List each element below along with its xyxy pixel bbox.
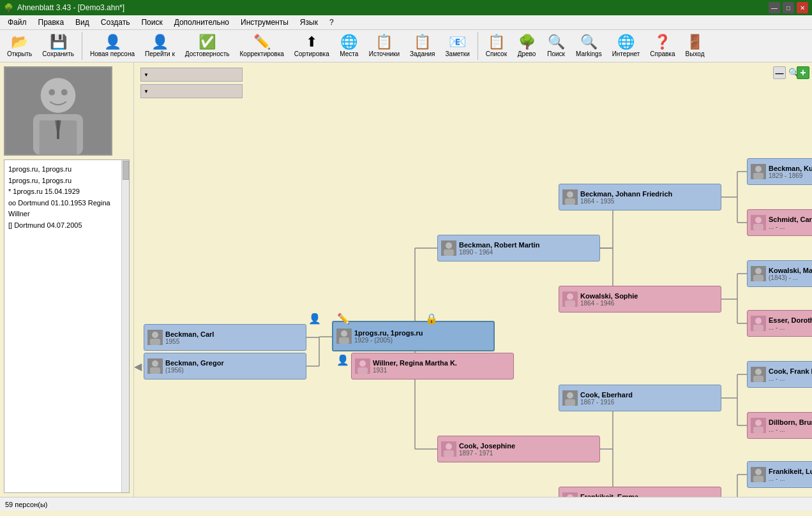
person-info-line2: 1progs.ru, 1progs.ru xyxy=(8,175,125,187)
toolbar-btn-открыть[interactable]: 📂Открыть xyxy=(3,33,36,60)
person-box-esser-dorothe[interactable]: Esser, Dorothe ... - ... xyxy=(747,310,812,337)
person-box-frankikeit-emma[interactable]: Frankikeit, Emma 1869 - 1922 xyxy=(559,487,721,497)
beckman-robert-years: 1890 - 1964 xyxy=(459,249,540,256)
dillborn-years: ... - ... xyxy=(769,426,812,433)
svg-point-74 xyxy=(755,268,762,274)
toolbar-label-6: Сортировка xyxy=(294,50,329,57)
toolbar-btn-древо[interactable]: 🌳Древо xyxy=(513,33,541,60)
info-scrollbar[interactable] xyxy=(121,160,129,492)
person-box-cook-frank[interactable]: Cook, Frank Herbert ... - ... xyxy=(747,361,812,388)
person-box-kowalski-martin[interactable]: Kowalski, Martin (1843) - ... xyxy=(747,260,812,287)
person-box-beckman-robert[interactable]: Beckman, Robert Martin 1890 - 1964 xyxy=(437,235,600,262)
svg-rect-69 xyxy=(753,173,763,179)
tree-area[interactable]: — 🔍 + xyxy=(134,63,812,497)
willner-avatar xyxy=(355,358,370,374)
cook-frank-info: Cook, Frank Herbert ... - ... xyxy=(769,367,812,382)
beckman-robert-avatar xyxy=(441,240,456,256)
svg-rect-78 xyxy=(753,325,763,331)
person-box-kowalski-sophie[interactable]: Kowalski, Sophie 1864 - 1946 xyxy=(559,286,721,313)
toolbar-btn-markings[interactable]: 🔍Markings xyxy=(571,33,606,60)
person-box-willner[interactable]: Willner, Regina Martha K. 1931 xyxy=(351,353,514,380)
svg-point-95 xyxy=(755,469,762,475)
esser-years: ... - ... xyxy=(769,324,812,331)
tree-dropdown-2[interactable] xyxy=(140,84,243,98)
person-info: 1progs.ru, 1progs.ru 1progs.ru, 1progs.r… xyxy=(4,159,130,493)
svg-point-53 xyxy=(359,360,366,367)
svg-point-83 xyxy=(567,392,573,399)
edit-icon[interactable]: ✏️ xyxy=(336,311,350,325)
maximize-button[interactable]: □ xyxy=(783,2,794,13)
kowalski-martin-avatar xyxy=(751,266,766,281)
connector-svg xyxy=(134,63,812,497)
tree-dropdown-1[interactable] xyxy=(140,68,243,82)
svg-rect-63 xyxy=(565,198,575,205)
add-person-button[interactable]: + xyxy=(797,66,809,79)
close-button[interactable]: ✕ xyxy=(797,2,808,13)
toolbar-label-9: Задания xyxy=(410,50,435,57)
title-bar-controls[interactable]: — □ ✕ xyxy=(769,2,808,13)
svg-point-1 xyxy=(41,78,76,113)
willner-name: Willner, Regina Martha K. xyxy=(373,359,457,367)
person-box-beckman-kurt[interactable]: Beckman, Kurt Friedrich 1829 - 1869 xyxy=(747,158,812,185)
toolbar-btn-справка[interactable]: ❓Справка xyxy=(645,33,679,60)
toolbar-btn-сохранить[interactable]: 💾Сохранить xyxy=(38,33,79,60)
toolbar-btn-места[interactable]: 🌐Места xyxy=(335,33,363,60)
toolbar-divider-11 xyxy=(477,32,478,60)
svg-point-77 xyxy=(755,318,762,324)
toolbar-btn-новая-персона[interactable]: 👤Новая персона xyxy=(86,33,139,60)
person-box-frankikeit-ludwig[interactable]: Frankikeit, Ludwig K. ... - ... xyxy=(747,461,812,488)
toolbar-icon-1: 💾 xyxy=(50,35,67,49)
toolbar-btn-сортировка[interactable]: ⬆Сортировка xyxy=(290,33,334,60)
menu-item-правка[interactable]: Правка xyxy=(33,17,70,28)
svg-rect-54 xyxy=(357,367,368,374)
toolbar-btn-задания[interactable]: 📋Задания xyxy=(405,33,440,60)
toolbar-btn-выход[interactable]: 🚪Выход xyxy=(681,33,709,60)
svg-point-59 xyxy=(152,360,158,367)
toolbar-icon-5: ✏️ xyxy=(253,35,271,49)
toolbar-btn-список[interactable]: 📋Список xyxy=(481,33,511,60)
cook-frank-name: Cook, Frank Herbert xyxy=(769,367,812,375)
info-scrollbar-thumb[interactable] xyxy=(123,161,129,180)
menu-item-язык[interactable]: Язык xyxy=(295,17,323,28)
menu-item-создать[interactable]: Создать xyxy=(96,17,135,28)
cook-eberhard-name: Cook, Eberhard xyxy=(580,391,633,399)
menu-item-?[interactable]: ? xyxy=(324,17,339,28)
menu-item-вид[interactable]: Вид xyxy=(70,17,94,28)
cook-frank-avatar xyxy=(751,367,766,382)
person-box-beckman-johann[interactable]: Beckman, Johann Friedrich 1864 - 1935 xyxy=(559,184,721,210)
menu-item-инструменты[interactable]: Инструменты xyxy=(236,17,294,28)
toolbar-btn-источники[interactable]: 📋Источники xyxy=(365,33,404,60)
person-box-schmidt-caroline[interactable]: Schmidt, Caroline ... - ... xyxy=(747,209,812,236)
kowalski-sophie-years: 1864 - 1946 xyxy=(580,300,638,307)
menu-item-файл[interactable]: Файл xyxy=(3,17,32,28)
toolbar-btn-поиск[interactable]: 🔍Поиск xyxy=(542,33,570,60)
add-parent-icon[interactable]: 👤 xyxy=(308,311,322,325)
menu-bar: ФайлПравкаВидСоздатьПоискДополнительноИн… xyxy=(0,15,812,30)
toolbar-label-17: Выход xyxy=(686,50,705,57)
title-bar: 🌳 Ahnenblatt 3.43 - [Demo3.ahn*] — □ ✕ xyxy=(0,0,812,15)
toolbar-btn-перейти-к[interactable]: 👤Перейти к xyxy=(140,33,179,60)
person-box-beckman-carl[interactable]: Beckman, Carl 1955 xyxy=(144,324,306,351)
willner-info: Willner, Regina Martha K. 1931 xyxy=(373,359,457,374)
svg-rect-60 xyxy=(150,367,160,374)
menu-item-дополнительно[interactable]: Дополнительно xyxy=(169,17,234,28)
app-title: Ahnenblatt 3.43 - [Demo3.ahn*] xyxy=(17,3,124,12)
svg-rect-72 xyxy=(753,224,763,230)
toolbar-label-5: Корректировка xyxy=(240,50,284,57)
toolbar-btn-заметки[interactable]: 📧Заметки xyxy=(441,33,474,60)
schmidt-years: ... - ... xyxy=(769,223,812,230)
zoom-minus-button[interactable]: — xyxy=(773,66,786,79)
toolbar-btn-достоверность[interactable]: ✅Достоверность xyxy=(181,33,234,60)
lock-icon[interactable]: 🔒 xyxy=(425,311,439,325)
person-box-main[interactable]: 1progs.ru, 1progs.ru 1929 - (2005) xyxy=(332,321,495,351)
add-spouse-icon[interactable]: 👤 xyxy=(336,353,350,367)
person-box-beckman-gregor[interactable]: Beckman, Gregor (1956) xyxy=(144,353,306,380)
toolbar-btn-корректировка[interactable]: ✏️Корректировка xyxy=(236,33,289,60)
minimize-button[interactable]: — xyxy=(769,2,780,13)
person-box-dillborn[interactable]: Dillborn, Brunhilde M. ... - ... xyxy=(747,412,812,439)
person-box-cook-eberhard[interactable]: Cook, Eberhard 1867 - 1916 xyxy=(559,385,721,411)
person-box-cook-josephine[interactable]: Cook, Josephine 1897 - 1971 xyxy=(437,436,600,462)
toolbar-label-0: Открыть xyxy=(7,50,32,57)
toolbar-btn-интернет[interactable]: 🌐Интернет xyxy=(608,33,645,60)
menu-item-поиск[interactable]: Поиск xyxy=(136,17,167,28)
